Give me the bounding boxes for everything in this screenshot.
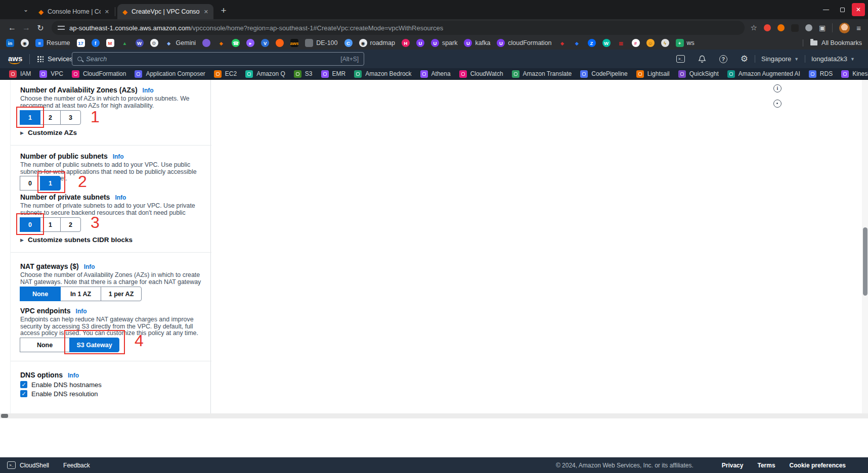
bookmark-item[interactable]: Z xyxy=(588,39,596,47)
info-link[interactable]: Info xyxy=(115,194,126,201)
service-shortcut[interactable]: QuickSight xyxy=(678,70,719,78)
extensions-puzzle-icon[interactable]: ▣ xyxy=(819,24,826,32)
feedback-link[interactable]: Feedback xyxy=(63,462,90,469)
profile-avatar[interactable] xyxy=(839,23,850,33)
bookmark-item[interactable]: ◉ xyxy=(21,39,29,47)
service-shortcut[interactable]: CodePipeline xyxy=(580,70,627,78)
account-menu[interactable]: longdata2k3 ▼ xyxy=(805,55,861,63)
service-shortcut[interactable]: EMR xyxy=(321,70,346,78)
segment-option[interactable]: None xyxy=(20,338,70,352)
forward-icon[interactable]: → xyxy=(19,23,33,32)
bookmark-item[interactable]: ϟ xyxy=(661,39,669,47)
service-shortcut[interactable]: VPC xyxy=(39,70,63,78)
segment-option[interactable]: 2 xyxy=(60,217,81,232)
notifications-button[interactable] xyxy=(691,50,713,68)
segment-option[interactable]: In 1 AZ xyxy=(60,287,101,301)
shortcuts-panel-button[interactable] xyxy=(770,97,785,111)
bookmark-item[interactable]: ≡ Resume xyxy=(35,39,70,47)
bookmark-item[interactable]: U cloudFormation xyxy=(497,39,551,47)
bookmark-star-icon[interactable]: ☆ xyxy=(751,23,757,32)
back-icon[interactable]: ← xyxy=(5,23,19,32)
service-shortcut[interactable]: Amazon Translate xyxy=(512,70,572,78)
info-link[interactable]: Info xyxy=(113,153,124,160)
bookmark-item[interactable]: ◉ roadmap xyxy=(359,39,395,47)
window-restore-button[interactable] xyxy=(836,3,849,16)
extension-icon-red[interactable] xyxy=(764,24,771,31)
dns-option-row[interactable]: Enable DNS resolution xyxy=(20,389,102,398)
info-link[interactable]: Info xyxy=(68,372,79,379)
site-settings-icon[interactable] xyxy=(58,25,65,30)
service-shortcut[interactable]: IAM xyxy=(9,70,31,78)
bookmark-item[interactable]: C xyxy=(344,39,353,47)
bookmark-item[interactable]: ▦ xyxy=(617,39,625,47)
browser-tab-create-vpc[interactable]: ◆ CreateVpc | VPC Console ✕ xyxy=(117,4,213,19)
service-shortcut[interactable]: EC2 xyxy=(214,70,237,78)
tab-close-icon[interactable]: ✕ xyxy=(105,9,109,15)
checkbox-icon[interactable] xyxy=(20,390,27,397)
footer-link[interactable]: Terms xyxy=(757,462,775,469)
vertical-scrollbar-thumb[interactable] xyxy=(863,227,867,296)
bookmark-item[interactable]: M xyxy=(106,39,114,47)
all-bookmarks-button[interactable]: All Bookmarks xyxy=(803,39,862,46)
aws-logo[interactable]: aws xyxy=(8,54,22,64)
settings-button[interactable]: ⚙ xyxy=(734,50,755,68)
service-shortcut[interactable]: RDS xyxy=(809,70,833,78)
service-shortcut[interactable]: CloudFormation xyxy=(72,70,126,78)
bookmark-item[interactable] xyxy=(276,39,284,47)
bookmark-item[interactable]: ▸ xyxy=(246,39,254,47)
service-shortcut[interactable]: Lightsail xyxy=(636,70,670,78)
bookmark-item[interactable] xyxy=(202,39,210,47)
bookmark-item[interactable]: ☎ xyxy=(232,39,240,47)
info-link[interactable]: Info xyxy=(84,263,95,270)
info-link[interactable]: Info xyxy=(143,87,154,94)
footer-link[interactable]: Privacy xyxy=(722,462,744,469)
bookmark-item[interactable]: + ws xyxy=(676,39,695,47)
address-bar[interactable]: ap-southeast-1.console.aws.amazon.com/vp… xyxy=(52,21,745,35)
bookmark-item[interactable]: ⚙ xyxy=(150,39,158,47)
bookmark-item[interactable]: ◆ xyxy=(558,39,567,47)
bookmark-item[interactable]: H xyxy=(402,39,410,47)
horizontal-scrollbar-track[interactable] xyxy=(0,413,868,418)
bookmark-item[interactable]: ◆ xyxy=(217,39,225,47)
dns-option-row[interactable]: Enable DNS hostnames xyxy=(20,380,102,389)
bookmark-item[interactable]: f xyxy=(92,39,100,47)
service-shortcut[interactable]: Kinesis xyxy=(841,70,868,78)
checkbox-icon[interactable] xyxy=(20,381,27,388)
bookmark-item[interactable]: W xyxy=(136,39,144,47)
region-selector[interactable]: Singapore ▼ xyxy=(755,55,805,63)
info-link[interactable]: Info xyxy=(76,308,87,315)
info-panel-button[interactable]: i xyxy=(770,81,785,96)
bookmark-item[interactable]: 17 xyxy=(77,39,85,47)
bookmark-item[interactable]: in xyxy=(6,39,14,47)
reload-icon[interactable]: ↻ xyxy=(33,23,48,33)
window-minimize-button[interactable]: — xyxy=(819,3,833,16)
segment-option[interactable]: 1 per AZ xyxy=(101,287,142,301)
extension-icon-gray[interactable] xyxy=(805,24,812,31)
bookmark-item[interactable]: U kafka xyxy=(464,39,490,47)
browser-menu-icon[interactable]: ≡ xyxy=(856,24,861,32)
bookmark-item[interactable]: U spark xyxy=(431,39,458,47)
service-shortcut[interactable]: Amazon Q xyxy=(245,70,285,78)
service-shortcut[interactable]: Amazon Bedrock xyxy=(354,70,411,78)
cloudshell-button[interactable]: >_ xyxy=(670,50,691,68)
bookmark-item[interactable]: V xyxy=(261,39,269,47)
service-shortcut[interactable]: Application Composer xyxy=(135,70,205,78)
service-shortcut[interactable]: S3 xyxy=(294,70,313,78)
segment-option[interactable]: None xyxy=(20,287,61,301)
service-shortcut[interactable]: Amazon Augmented AI xyxy=(727,70,800,78)
footer-cloudshell-button[interactable]: >_ CloudShell xyxy=(7,461,49,469)
segment-option[interactable]: 3 xyxy=(60,110,81,125)
customize-azs-expander[interactable]: ▶ Customize AZs xyxy=(20,129,77,136)
bookmark-item[interactable]: aws xyxy=(290,39,298,47)
tab-search-button[interactable]: ⌄ xyxy=(20,5,31,16)
footer-link[interactable]: Cookie preferences xyxy=(790,462,846,469)
browser-tab-console-home[interactable]: ◆ Console Home | Consol ✕ xyxy=(33,4,114,19)
services-menu-button[interactable]: Services xyxy=(37,55,73,63)
bookmark-item[interactable]: DE-100 xyxy=(305,39,337,47)
extension-icon-dark[interactable] xyxy=(791,24,799,32)
bookmark-item[interactable]: # xyxy=(632,39,640,47)
service-shortcut[interactable]: Athena xyxy=(420,70,451,78)
bookmark-item[interactable]: ▲ xyxy=(121,39,129,47)
bookmark-item[interactable]: ☺ xyxy=(646,39,655,47)
bookmark-item[interactable]: W xyxy=(602,39,611,47)
